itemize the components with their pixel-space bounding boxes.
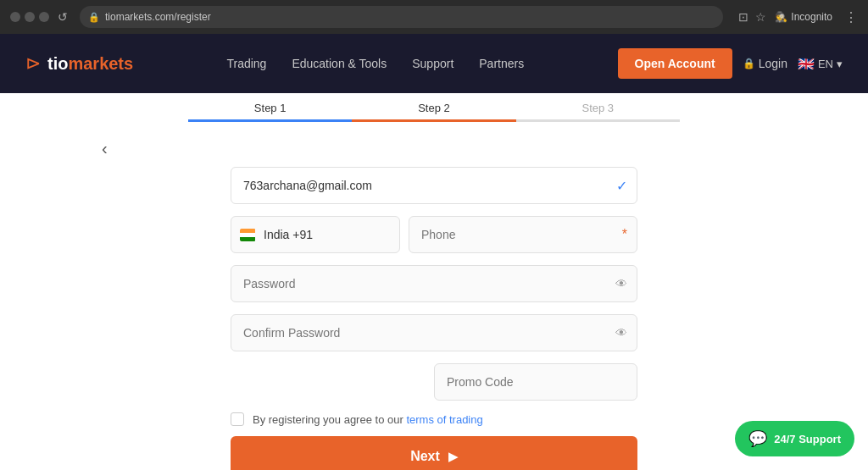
country-selector[interactable]: India +91 [231,216,400,253]
step-2: Step 2 [352,102,515,122]
browser-addressbar[interactable]: 🔒 tiomarkets.com/register [80,6,723,28]
password-eye-icon[interactable]: 👁 [615,277,627,290]
star-icon[interactable]: ☆ [755,10,766,24]
terms-row: By registering you agree to our terms of… [231,412,637,426]
password-field-wrap: 👁 [231,265,637,302]
logo-text: tiomarkets [47,54,133,74]
confirm-password-field-wrap: 👁 [231,314,637,351]
browser-url: tiomarkets.com/register [105,11,211,23]
browser-menu-icon[interactable]: ⋮ [844,9,858,25]
browser-chrome: ↺ 🔒 tiomarkets.com/register ⊡ ☆ 🕵 Incogn… [0,0,868,34]
email-input[interactable] [231,167,637,204]
step-3: Step 3 [516,102,680,122]
incognito-icon: 🕵 [775,11,787,23]
lock-nav-icon: 🔒 [743,58,755,69]
confirm-password-eye-icon[interactable]: 👁 [615,326,627,340]
nav-support[interactable]: Support [412,57,453,70]
browser-dot-2 [25,12,35,22]
promo-code-input[interactable] [434,363,637,401]
open-account-button[interactable]: Open Account [618,48,732,79]
cast-icon[interactable]: ⊡ [738,10,748,24]
nav-partners[interactable]: Partners [479,57,524,70]
email-field-wrap: ✓ [231,167,637,204]
logo[interactable]: ⊳ tiomarkets [25,53,133,75]
required-star: * [622,227,627,242]
back-button[interactable]: ‹ [102,139,108,158]
steps-container: Step 1 Step 2 Step 3 [188,102,680,122]
incognito-indicator: 🕵 Incognito [775,11,832,23]
uk-flag-icon: 🇬🇧 [798,56,815,72]
terms-text: By registering you agree to our terms of… [253,413,483,426]
language-selector[interactable]: 🇬🇧 EN ▾ [798,56,843,72]
browser-actions: ⊡ ☆ [738,10,766,24]
phone-input[interactable] [409,216,637,253]
step-2-bar [352,119,515,122]
main-content: Step 1 Step 2 Step 3 ‹ ✓ [0,93,868,470]
phone-input-wrap: * [409,216,637,253]
email-check-icon: ✓ [616,178,627,194]
browser-dots [10,12,49,22]
steps-row: Step 1 Step 2 Step 3 [188,102,680,122]
chevron-down-icon: ▾ [837,58,843,70]
chat-icon: 💬 [748,429,767,448]
nav-links: Trading Education & Tools Support Partne… [226,57,524,70]
support-label: 24/7 Support [774,433,841,445]
promo-row [231,363,637,401]
terms-checkbox[interactable] [231,412,244,426]
browser-back-button[interactable]: ↺ [58,10,68,24]
lock-icon: 🔒 [88,12,100,23]
form-container: ✓ India +91 * 👁 👁 [231,167,637,470]
step-1-bar [188,119,352,122]
country-label: India +91 [264,228,313,241]
step-2-label: Step 2 [418,102,450,114]
logo-icon: ⊳ [25,53,41,75]
step-3-label: Step 3 [582,102,615,114]
next-button[interactable]: Next ▶ [231,436,637,470]
terms-link[interactable]: terms of trading [406,413,482,426]
login-button[interactable]: 🔒 Login [743,57,787,70]
step-1-label: Step 1 [254,102,287,114]
password-input[interactable] [231,265,637,302]
phone-row: India +91 * [231,216,637,253]
nav-right: Open Account 🔒 Login 🇬🇧 EN ▾ [618,48,843,79]
send-icon: ▶ [448,450,458,463]
navbar: ⊳ tiomarkets Trading Education & Tools S… [0,34,868,93]
support-button[interactable]: 💬 24/7 Support [735,421,854,456]
nav-trading[interactable]: Trading [226,57,266,70]
browser-dot-3 [39,12,49,22]
step-3-bar [516,119,680,122]
india-flag [240,229,257,241]
step-1: Step 1 [188,102,352,122]
confirm-password-input[interactable] [231,314,637,351]
browser-dot-1 [10,12,20,22]
nav-education[interactable]: Education & Tools [292,57,387,70]
